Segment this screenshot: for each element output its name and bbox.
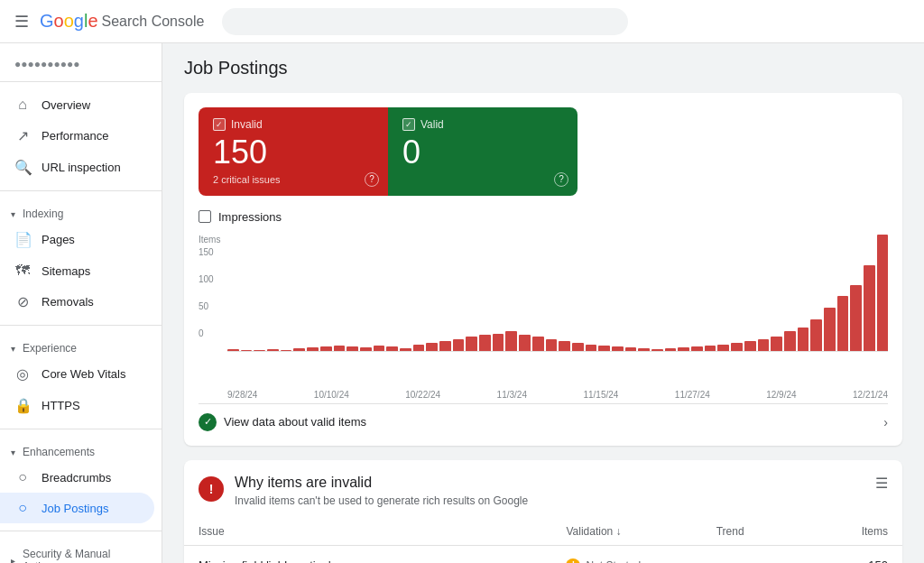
chart-bar (651, 349, 663, 351)
chart-bar (426, 343, 438, 351)
view-valid-text: View data about valid items (224, 415, 366, 429)
indexing-section-header[interactable]: ▾ Indexing (0, 198, 162, 224)
why-invalid-left: ! Why items are invalid Invalid items ca… (199, 475, 528, 507)
y-label-0: 0 (199, 328, 204, 338)
sidebar-item-job-postings[interactable]: ○ Job Postings (0, 493, 154, 523)
menu-icon[interactable]: ☰ (14, 12, 29, 32)
x-label-3: 11/3/24 (497, 390, 527, 400)
sidebar-item-label: Job Postings (42, 502, 108, 515)
chart-bar (744, 341, 756, 350)
search-input[interactable] (237, 14, 613, 29)
impressions-checkbox[interactable] (199, 210, 211, 223)
header: ☰ Google Search Console (0, 0, 924, 43)
nav-divider (0, 190, 162, 191)
sidebar-item-label: Performance (42, 129, 108, 143)
chart-bar (439, 341, 451, 350)
invalid-card: Invalid 150 2 critical issues ? (199, 107, 388, 196)
experience-section-label: Experience (23, 342, 77, 355)
why-invalid-subtitle: Invalid items can't be used to generate … (235, 494, 528, 507)
valid-info-icon[interactable]: ? (554, 172, 568, 187)
green-check-icon: ✓ (199, 413, 217, 431)
experience-section-header[interactable]: ▾ Experience (0, 333, 162, 358)
chart-bar (466, 337, 477, 350)
valid-card: Valid 0 ? (388, 107, 578, 196)
status-cards: Invalid 150 2 critical issues ? Valid 0 … (199, 107, 578, 196)
sidebar-item-label: Core Web Vitals (42, 367, 125, 381)
chart-bar (227, 349, 239, 351)
sidebar-item-removals[interactable]: ⊘ Removals (0, 286, 154, 318)
sidebar-item-performance[interactable]: ↗ Performance (0, 120, 154, 152)
security-section-header[interactable]: ▸ Security & Manual Actions (0, 539, 162, 563)
search-bar[interactable] (222, 8, 628, 35)
chart-bar (546, 339, 558, 351)
y-label-100: 100 (199, 274, 214, 284)
chart-bar (334, 346, 346, 350)
app-name: Search Console (102, 14, 205, 30)
logo-text: Google (40, 11, 98, 32)
chart-bar (784, 331, 796, 351)
sidebar-item-label: Breadcrumbs (42, 471, 111, 485)
view-valid-row[interactable]: ✓ View data about valid items › (199, 403, 888, 431)
chevron-down-icon-3: ▾ (11, 448, 15, 457)
y-label-items: Items (199, 235, 220, 245)
job-postings-icon: ○ (14, 500, 31, 516)
chart-bar (254, 350, 265, 351)
chart-bar (810, 319, 822, 350)
validation-status: ! Not Started (551, 545, 701, 563)
issues-table: Issue Validation ↓ Trend Items Missing f… (184, 518, 902, 563)
sidebar-item-label: Pages (42, 233, 75, 246)
sidebar-item-core-web-vitals[interactable]: ◎ Core Web Vitals (0, 358, 154, 390)
chart-bar (877, 235, 889, 351)
view-valid-left: ✓ View data about valid items (199, 413, 366, 431)
performance-icon: ↗ (14, 127, 31, 144)
invalid-info-icon[interactable]: ? (365, 172, 379, 187)
why-invalid-text-block: Why items are invalid Invalid items can'… (235, 475, 528, 507)
core-web-icon: ◎ (14, 365, 31, 383)
x-label-5: 11/27/24 (675, 390, 710, 400)
chevron-down-icon: ▾ (11, 209, 15, 219)
filter-icon[interactable]: ☰ (875, 475, 888, 492)
col-trend: Trend (702, 518, 822, 546)
chart-bar (479, 335, 491, 350)
table-header: Issue Validation ↓ Trend Items (184, 518, 902, 546)
impressions-label: Impressions (218, 210, 282, 224)
chart-bar (493, 334, 504, 351)
sidebar-item-overview[interactable]: ⌂ Overview (0, 89, 154, 120)
nav-divider-3 (0, 429, 162, 429)
sidebar-item-breadcrumbs[interactable]: ○ Breadcrumbs (0, 462, 154, 493)
chart-bar (717, 345, 729, 351)
chart-section: Invalid 150 2 critical issues ? Valid 0 … (184, 93, 902, 446)
chart-x-labels: 9/28/24 10/10/24 10/22/24 11/3/24 11/15/… (227, 386, 888, 400)
security-section-label: Security & Manual Actions (23, 548, 147, 563)
chart-bar (293, 348, 305, 351)
not-started-icon: ! (566, 558, 580, 563)
sidebar-item-pages[interactable]: 📄 Pages (0, 224, 154, 255)
invalid-label: Invalid (231, 118, 263, 131)
chart-bar (758, 339, 770, 351)
chart-bar (864, 265, 875, 351)
valid-card-header: Valid (402, 118, 563, 131)
col-validation[interactable]: Validation ↓ (551, 518, 701, 546)
x-label-2: 10/22/24 (405, 390, 440, 400)
chart-bar (586, 345, 597, 351)
chart-bar (346, 346, 358, 350)
chart-bar (771, 337, 782, 350)
y-label-150: 150 (199, 247, 214, 257)
sidebar-item-url-inspection[interactable]: 🔍 URL inspection (0, 152, 154, 183)
chart-bar (625, 347, 637, 350)
chart-bar (705, 346, 716, 350)
chart-bar (281, 350, 292, 351)
breadcrumbs-icon: ○ (14, 469, 31, 485)
sidebar-item-sitemaps[interactable]: 🗺 Sitemaps (0, 255, 154, 286)
enhancements-section-header[interactable]: ▾ Enhancements (0, 437, 162, 462)
table-row[interactable]: Missing field 'jobLocation' ! Not Starte… (184, 545, 902, 563)
chevron-right-icon: › (883, 415, 888, 429)
indexing-section-label: Indexing (23, 208, 63, 220)
chart-bar (400, 348, 411, 351)
sidebar-item-https[interactable]: 🔒 HTTPS (0, 390, 154, 421)
app-body: ●●●●●●●●●● ⌂ Overview ↗ Performance 🔍 UR… (0, 43, 924, 563)
sidebar-item-label: Removals (42, 295, 94, 309)
chart-bar (612, 346, 624, 350)
invalid-checkbox-icon (213, 118, 226, 131)
chart-bar (453, 339, 465, 351)
